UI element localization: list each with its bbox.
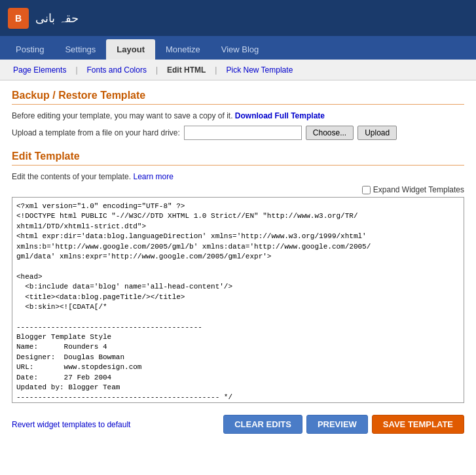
nav-tab-viewblog[interactable]: View Blog — [211, 39, 270, 60]
backup-section-title: Backup / Restore Template — [12, 90, 464, 105]
nav-tab-settings[interactable]: Settings — [54, 39, 106, 60]
clear-edits-button[interactable]: CLEAR EDITS — [223, 415, 302, 434]
upload-label: Upload a template from a file on your ha… — [12, 128, 180, 137]
save-template-button[interactable]: SAVE TEMPLATE — [372, 415, 464, 434]
blogger-icon: B — [8, 8, 29, 29]
edit-description: Edit the contents of your template. Lear… — [12, 172, 464, 181]
expand-row: Expand Widget Templates — [12, 185, 464, 194]
sub-nav-sep-2: | — [156, 65, 158, 75]
action-buttons: CLEAR EDITS PREVIEW SAVE TEMPLATE — [223, 415, 464, 434]
upload-file-input[interactable] — [184, 126, 302, 140]
upload-button[interactable]: Upload — [357, 126, 397, 140]
learn-more-link[interactable]: Learn more — [133, 172, 173, 181]
sub-nav-sep-1: | — [75, 65, 77, 75]
sub-nav-edit-html[interactable]: Edit HTML — [159, 62, 213, 78]
nav-tab-posting[interactable]: Posting — [5, 39, 54, 60]
header: B حقہ بانی — [0, 0, 476, 36]
code-editor-wrapper — [12, 197, 464, 403]
nav-tab-monetize[interactable]: Monetize — [155, 39, 211, 60]
backup-description: Before editing your template, you may wa… — [12, 111, 464, 120]
expand-widgets-label[interactable]: Expand Widget Templates — [373, 185, 464, 194]
bottom-bar: Revert widget templates to default CLEAR… — [12, 410, 464, 436]
choose-file-button[interactable]: Choose... — [306, 126, 354, 140]
main-nav: Posting Settings Layout Monetize View Bl… — [0, 36, 476, 60]
sub-nav-sep-3: | — [215, 65, 217, 75]
edit-section-title: Edit Template — [12, 150, 464, 166]
sub-nav-pick-template[interactable]: Pick New Template — [218, 62, 301, 78]
preview-button[interactable]: PREVIEW — [306, 415, 368, 434]
sub-nav-page-elements[interactable]: Page Elements — [5, 62, 74, 78]
revert-link[interactable]: Revert widget templates to default — [12, 420, 130, 429]
sub-nav: Page Elements | Fonts and Colors | Edit … — [0, 60, 476, 80]
sub-nav-fonts-colors[interactable]: Fonts and Colors — [79, 62, 155, 78]
expand-widgets-checkbox[interactable] — [362, 186, 371, 194]
blog-title: حقہ بانی — [35, 11, 79, 26]
upload-row: Upload a template from a file on your ha… — [12, 126, 464, 140]
main-content: Backup / Restore Template Before editing… — [0, 80, 476, 446]
code-editor[interactable] — [12, 198, 464, 400]
download-template-link[interactable]: Download Full Template — [235, 111, 325, 120]
nav-tab-layout[interactable]: Layout — [106, 39, 155, 60]
